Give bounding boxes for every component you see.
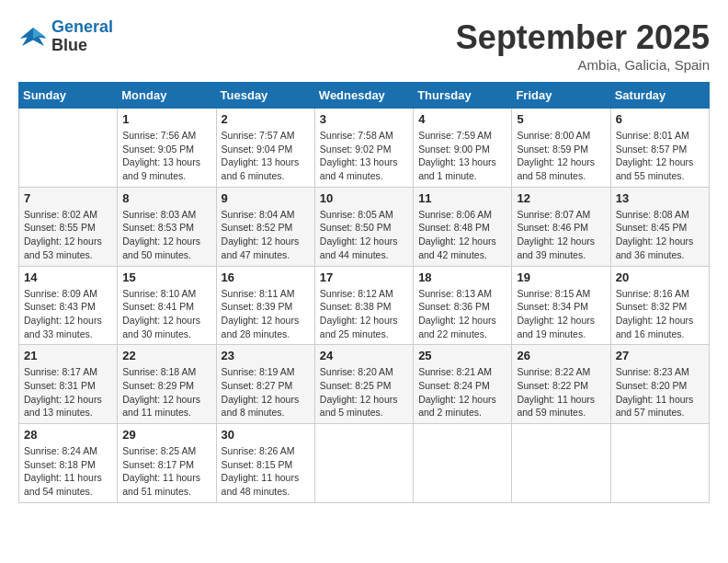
- day-cell: 23Sunrise: 8:19 AMSunset: 8:27 PMDayligh…: [216, 345, 314, 424]
- day-cell: 9Sunrise: 8:04 AMSunset: 8:52 PMDaylight…: [216, 187, 314, 266]
- day-number: 18: [418, 270, 506, 284]
- day-number: 11: [418, 191, 506, 205]
- day-info: Sunrise: 8:11 AMSunset: 8:39 PMDaylight:…: [222, 287, 310, 341]
- logo-text: General Blue: [51, 18, 113, 55]
- day-number: 8: [122, 191, 210, 205]
- day-number: 28: [24, 428, 112, 442]
- day-info: Sunrise: 8:05 AMSunset: 8:50 PMDaylight:…: [320, 208, 408, 262]
- day-info: Sunrise: 8:16 AMSunset: 8:32 PMDaylight:…: [616, 287, 704, 341]
- day-info: Sunrise: 8:19 AMSunset: 8:27 PMDaylight:…: [222, 365, 310, 419]
- day-info: Sunrise: 8:08 AMSunset: 8:45 PMDaylight:…: [616, 208, 704, 262]
- day-number: 16: [222, 270, 310, 284]
- day-info: Sunrise: 7:56 AMSunset: 9:05 PMDaylight:…: [122, 129, 210, 183]
- day-info: Sunrise: 8:02 AMSunset: 8:55 PMDaylight:…: [24, 208, 112, 262]
- day-number: 26: [517, 349, 605, 362]
- day-number: 5: [517, 112, 605, 126]
- day-info: Sunrise: 8:07 AMSunset: 8:46 PMDaylight:…: [517, 208, 605, 262]
- day-cell: 22Sunrise: 8:18 AMSunset: 8:29 PMDayligh…: [118, 345, 216, 424]
- day-cell: 6Sunrise: 8:01 AMSunset: 8:57 PMDaylight…: [610, 109, 709, 188]
- location-subtitle: Ambia, Galicia, Spain: [456, 57, 710, 73]
- day-info: Sunrise: 8:10 AMSunset: 8:41 PMDaylight:…: [122, 287, 210, 341]
- day-cell: 15Sunrise: 8:10 AMSunset: 8:41 PMDayligh…: [118, 266, 216, 345]
- day-info: Sunrise: 8:17 AMSunset: 8:31 PMDaylight:…: [24, 365, 112, 419]
- day-info: Sunrise: 8:12 AMSunset: 8:38 PMDaylight:…: [320, 287, 408, 341]
- day-info: Sunrise: 7:59 AMSunset: 9:00 PMDaylight:…: [418, 129, 506, 183]
- col-header-saturday: Saturday: [610, 83, 709, 109]
- day-cell: 25Sunrise: 8:21 AMSunset: 8:24 PMDayligh…: [414, 345, 512, 424]
- day-cell: 17Sunrise: 8:12 AMSunset: 8:38 PMDayligh…: [314, 266, 413, 345]
- day-cell: 2Sunrise: 7:57 AMSunset: 9:04 PMDaylight…: [216, 109, 314, 188]
- day-number: 7: [24, 191, 112, 205]
- day-cell: 3Sunrise: 7:58 AMSunset: 9:02 PMDaylight…: [314, 109, 413, 188]
- day-number: 29: [122, 428, 210, 442]
- logo: General Blue: [18, 18, 113, 55]
- day-info: Sunrise: 8:01 AMSunset: 8:57 PMDaylight:…: [616, 129, 704, 183]
- day-number: 6: [616, 112, 704, 126]
- day-number: 20: [616, 270, 704, 284]
- calendar-table: SundayMondayTuesdayWednesdayThursdayFrid…: [18, 82, 710, 503]
- col-header-thursday: Thursday: [414, 83, 512, 109]
- day-cell: [314, 424, 413, 503]
- day-number: 22: [122, 349, 210, 362]
- day-info: Sunrise: 8:26 AMSunset: 8:15 PMDaylight:…: [222, 444, 310, 499]
- day-cell: 26Sunrise: 8:22 AMSunset: 8:22 PMDayligh…: [512, 345, 610, 424]
- day-cell: 5Sunrise: 8:00 AMSunset: 8:59 PMDaylight…: [512, 109, 610, 188]
- col-header-tuesday: Tuesday: [216, 83, 314, 109]
- logo-icon: [18, 24, 48, 50]
- day-number: 30: [222, 428, 310, 442]
- day-number: 21: [24, 349, 112, 362]
- title-area: September 2025 Ambia, Galicia, Spain: [456, 18, 710, 73]
- week-row-1: 1Sunrise: 7:56 AMSunset: 9:05 PMDaylight…: [19, 109, 710, 188]
- day-number: 15: [122, 270, 210, 284]
- day-cell: 13Sunrise: 8:08 AMSunset: 8:45 PMDayligh…: [610, 187, 709, 266]
- day-number: 2: [222, 112, 310, 126]
- day-info: Sunrise: 8:23 AMSunset: 8:20 PMDaylight:…: [616, 365, 704, 419]
- col-header-wednesday: Wednesday: [314, 83, 413, 109]
- week-row-5: 28Sunrise: 8:24 AMSunset: 8:18 PMDayligh…: [19, 424, 710, 503]
- col-header-monday: Monday: [118, 83, 216, 109]
- day-number: 1: [122, 112, 210, 126]
- day-number: 13: [616, 191, 704, 205]
- day-info: Sunrise: 8:00 AMSunset: 8:59 PMDaylight:…: [517, 129, 605, 183]
- month-title: September 2025: [456, 18, 710, 57]
- day-info: Sunrise: 8:15 AMSunset: 8:34 PMDaylight:…: [517, 287, 605, 341]
- day-cell: 29Sunrise: 8:25 AMSunset: 8:17 PMDayligh…: [118, 424, 216, 503]
- day-cell: [414, 424, 512, 503]
- header-row: SundayMondayTuesdayWednesdayThursdayFrid…: [19, 83, 710, 109]
- day-cell: 21Sunrise: 8:17 AMSunset: 8:31 PMDayligh…: [19, 345, 118, 424]
- week-row-2: 7Sunrise: 8:02 AMSunset: 8:55 PMDaylight…: [19, 187, 710, 266]
- day-number: 23: [222, 349, 310, 362]
- day-info: Sunrise: 8:06 AMSunset: 8:48 PMDaylight:…: [418, 208, 506, 262]
- day-info: Sunrise: 8:22 AMSunset: 8:22 PMDaylight:…: [517, 365, 605, 419]
- day-number: 9: [222, 191, 310, 205]
- day-info: Sunrise: 8:03 AMSunset: 8:53 PMDaylight:…: [122, 208, 210, 262]
- day-number: 12: [517, 191, 605, 205]
- day-cell: [19, 109, 118, 188]
- day-cell: 1Sunrise: 7:56 AMSunset: 9:05 PMDaylight…: [118, 109, 216, 188]
- day-info: Sunrise: 7:58 AMSunset: 9:02 PMDaylight:…: [320, 129, 408, 183]
- day-cell: 18Sunrise: 8:13 AMSunset: 8:36 PMDayligh…: [414, 266, 512, 345]
- day-cell: 24Sunrise: 8:20 AMSunset: 8:25 PMDayligh…: [314, 345, 413, 424]
- day-info: Sunrise: 8:21 AMSunset: 8:24 PMDaylight:…: [418, 365, 506, 419]
- day-cell: 10Sunrise: 8:05 AMSunset: 8:50 PMDayligh…: [314, 187, 413, 266]
- col-header-sunday: Sunday: [19, 83, 118, 109]
- day-cell: 30Sunrise: 8:26 AMSunset: 8:15 PMDayligh…: [216, 424, 314, 503]
- day-cell: 20Sunrise: 8:16 AMSunset: 8:32 PMDayligh…: [610, 266, 709, 345]
- day-number: 25: [418, 349, 506, 362]
- day-info: Sunrise: 8:25 AMSunset: 8:17 PMDaylight:…: [122, 444, 210, 499]
- day-cell: 27Sunrise: 8:23 AMSunset: 8:20 PMDayligh…: [610, 345, 709, 424]
- day-cell: 11Sunrise: 8:06 AMSunset: 8:48 PMDayligh…: [414, 187, 512, 266]
- day-number: 14: [24, 270, 112, 284]
- day-number: 4: [418, 112, 506, 126]
- page-header: General Blue September 2025 Ambia, Galic…: [18, 18, 710, 73]
- day-info: Sunrise: 8:24 AMSunset: 8:18 PMDaylight:…: [24, 444, 112, 499]
- day-info: Sunrise: 8:13 AMSunset: 8:36 PMDaylight:…: [418, 287, 506, 341]
- day-info: Sunrise: 8:20 AMSunset: 8:25 PMDaylight:…: [320, 365, 408, 419]
- day-info: Sunrise: 8:09 AMSunset: 8:43 PMDaylight:…: [24, 287, 112, 341]
- col-header-friday: Friday: [512, 83, 610, 109]
- day-cell: 8Sunrise: 8:03 AMSunset: 8:53 PMDaylight…: [118, 187, 216, 266]
- day-number: 10: [320, 191, 408, 205]
- week-row-3: 14Sunrise: 8:09 AMSunset: 8:43 PMDayligh…: [19, 266, 710, 345]
- day-info: Sunrise: 7:57 AMSunset: 9:04 PMDaylight:…: [222, 129, 310, 183]
- day-number: 3: [320, 112, 408, 126]
